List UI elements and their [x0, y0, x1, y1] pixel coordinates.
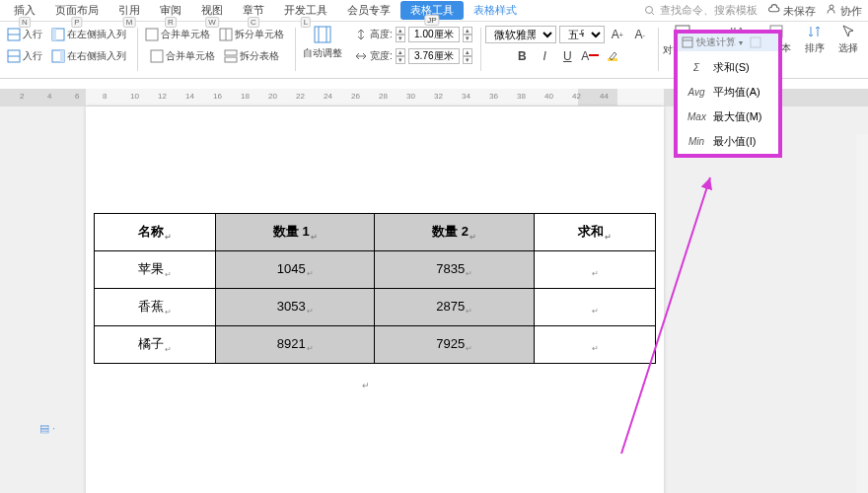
italic-button[interactable]: I	[535, 46, 554, 66]
row-icon	[7, 28, 21, 41]
col-right-icon	[51, 49, 65, 63]
height-input[interactable]	[408, 27, 460, 42]
tab-table-tools[interactable]: 表格工具JP	[400, 1, 464, 20]
menu-sum[interactable]: Σ求和(S)	[678, 55, 778, 80]
autofit-button[interactable]: 自动调整	[300, 24, 345, 67]
width-stepper[interactable]: ▴▾	[396, 48, 405, 64]
sort-button[interactable]: 排序	[805, 24, 825, 55]
width-label: 宽度:	[370, 49, 393, 63]
highlight-icon	[607, 50, 618, 62]
cell-name[interactable]: 苹果↵	[95, 251, 216, 289]
autofit-icon	[313, 25, 332, 44]
cell-qty2[interactable]: 7835↵	[375, 251, 534, 289]
height-stepper[interactable]: ▴▾	[396, 27, 405, 42]
quick-calc-button[interactable]: 快速计算▾	[678, 34, 778, 51]
cell-sum[interactable]: ↵	[534, 289, 655, 326]
header-name[interactable]: 名称↵	[95, 214, 216, 251]
header-qty2[interactable]: 数量 2↵	[375, 214, 534, 251]
ruler-tick: 12	[158, 92, 167, 101]
merge-icon	[145, 28, 159, 41]
tab-member[interactable]: 会员专享	[337, 3, 400, 18]
cursor-icon	[840, 24, 856, 39]
table-row[interactable]: 橘子↵ 8921↵ 7925↵ ↵	[95, 326, 656, 364]
ruler-tick: 42	[572, 92, 581, 101]
bold-button[interactable]: B	[512, 46, 532, 66]
underline-button[interactable]: U	[557, 46, 577, 66]
table-row[interactable]: 苹果↵ 1045↵ 7835↵ ↵	[95, 251, 656, 289]
tab-view[interactable]: 视图W	[191, 3, 233, 18]
unsaved-indicator[interactable]: 未保存	[767, 2, 816, 19]
ruler-tick: 8	[103, 92, 107, 101]
cell-qty1[interactable]: 1045↵	[216, 251, 375, 289]
ruler-tick: 36	[489, 92, 498, 101]
cell-name[interactable]: 橘子↵	[95, 326, 216, 364]
merge-icon	[150, 49, 164, 63]
cell-qty1[interactable]: 8921↵	[216, 326, 375, 364]
cell-qty2[interactable]: 2875↵	[375, 289, 534, 326]
header-sum[interactable]: 求和↵	[534, 214, 655, 251]
cloud-icon	[767, 2, 780, 15]
tab-page-layout[interactable]: 页面布局P	[45, 3, 108, 18]
search-icon	[644, 5, 656, 17]
width-stepper-2[interactable]: ▴▾	[463, 48, 472, 64]
menu-min[interactable]: Min最小值(I)	[678, 129, 778, 154]
vertical-scrollbar[interactable]	[856, 134, 868, 493]
document-table[interactable]: 名称↵ 数量 1↵ 数量 2↵ 求和↵ 苹果↵ 1045↵ 7835↵ ↵ 香蕉…	[94, 213, 656, 364]
svg-rect-17	[315, 27, 330, 42]
cell-qty2[interactable]: 7925↵	[375, 326, 534, 364]
font-size-select[interactable]: 五号	[559, 26, 605, 43]
insert-right-col-button[interactable]: 在右侧插入列	[48, 48, 129, 64]
svg-point-0	[645, 6, 652, 13]
cell-qty1[interactable]: 3053↵	[216, 289, 375, 326]
svg-rect-11	[146, 29, 158, 40]
font-color-button[interactable]: A	[580, 46, 600, 66]
insert-row-below-button[interactable]: 入行	[4, 48, 45, 64]
svg-rect-10	[60, 50, 64, 62]
svg-line-1	[651, 12, 654, 15]
menu-avg[interactable]: Avg平均值(A)	[678, 80, 778, 105]
grow-font-button[interactable]: A+	[608, 25, 627, 44]
ruler-tick: 6	[75, 92, 79, 101]
ruler-tick: 24	[324, 92, 332, 101]
svg-rect-28	[683, 37, 692, 47]
ruler-tick: 2	[20, 92, 24, 101]
ruler-tick: 20	[268, 92, 277, 101]
table-row[interactable]: 香蕉↵ 3053↵ 2875↵ ↵	[95, 289, 656, 326]
header-qty1[interactable]: 数量 1↵	[216, 214, 375, 251]
shrink-font-button[interactable]: A-	[630, 25, 650, 44]
height-stepper-2[interactable]: ▴▾	[463, 27, 472, 42]
width-icon	[355, 50, 367, 62]
cell-sum[interactable]: ↵	[534, 326, 655, 364]
command-search[interactable]: 查找命令、搜索模板	[644, 3, 758, 18]
split-table-button[interactable]: 拆分表格	[221, 48, 282, 64]
max-icon: Max	[687, 111, 705, 122]
merge-cells-button-2[interactable]: 合并单元格	[147, 48, 218, 64]
tab-review[interactable]: 审阅R	[150, 3, 191, 18]
table-header-row[interactable]: 名称↵ 数量 1↵ 数量 2↵ 求和↵	[95, 214, 656, 251]
split-icon	[219, 28, 233, 41]
merge-cells-button[interactable]: 合并单元格	[142, 27, 213, 42]
split-cells-button[interactable]: 拆分单元格	[216, 27, 287, 42]
tab-sections[interactable]: 章节C	[233, 3, 274, 18]
ruler-tick: 30	[406, 92, 415, 101]
cell-name[interactable]: 香蕉↵	[95, 289, 216, 326]
menu-max[interactable]: Max最大值(M)	[678, 105, 778, 129]
width-input[interactable]	[408, 48, 460, 64]
tab-insert[interactable]: 插入N	[4, 3, 45, 18]
tab-table-style[interactable]: 表格样式	[464, 3, 527, 18]
ruler-tick: 44	[600, 92, 609, 101]
ruler-tick: 14	[185, 92, 194, 101]
highlight-button[interactable]	[603, 46, 622, 66]
page[interactable]: 名称↵ 数量 1↵ 数量 2↵ 求和↵ 苹果↵ 1045↵ 7835↵ ↵ 香蕉…	[86, 106, 664, 493]
insert-row-button[interactable]: 入行	[4, 27, 45, 42]
font-name-select[interactable]: 微软雅黑	[485, 26, 556, 43]
collab-indicator[interactable]: 协作	[826, 3, 862, 19]
row-below-icon	[7, 49, 21, 63]
tab-references[interactable]: 引用M	[108, 3, 150, 18]
title-repeat-icon	[750, 36, 761, 48]
cell-sum[interactable]: ↵	[534, 251, 655, 289]
page-margin-icon[interactable]: ▤ ·	[39, 422, 55, 435]
select-button[interactable]: 选择	[838, 24, 858, 55]
tab-dev-tools[interactable]: 开发工具L	[274, 3, 337, 18]
insert-left-col-button[interactable]: 在左侧插入列	[48, 27, 129, 42]
